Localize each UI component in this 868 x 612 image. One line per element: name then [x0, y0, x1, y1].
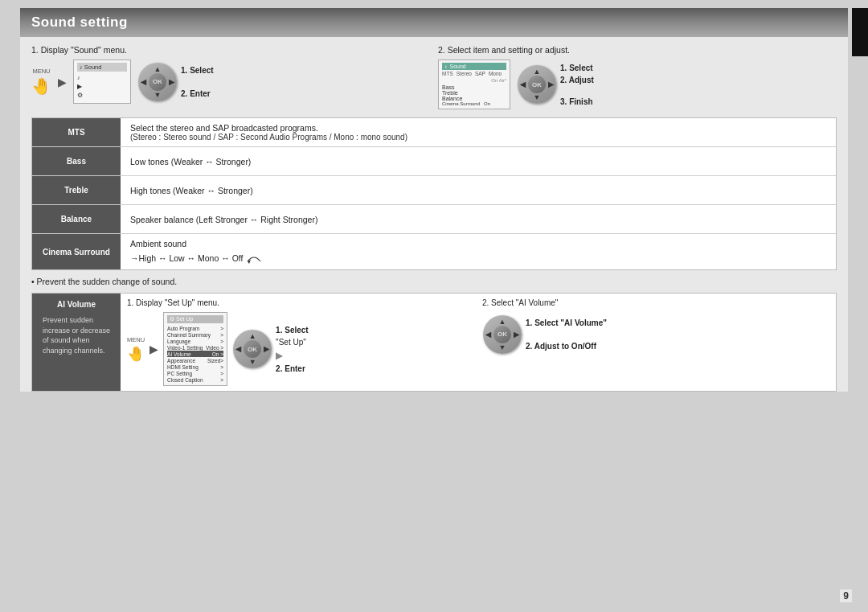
label-cinema: Cinema Surround: [32, 234, 121, 269]
step2-diagram: ♪ Sound MTS Stereo SAP Mono On Air² Bass…: [438, 60, 837, 109]
step2-finish: 3. Finish: [560, 97, 594, 106]
col-mts: MTS: [442, 71, 453, 76]
step2-adjust: 2. Adjust: [560, 76, 594, 84]
ai-left-s2: 2. Enter: [276, 364, 309, 373]
mts-line2: (Stereo : Stereo sound / SAP : Second Au…: [130, 133, 826, 142]
controller-ai-left: ▲ ▼ ◀ ▶ OK: [232, 327, 272, 372]
menu-item-2: ▶: [77, 82, 127, 91]
page-container: Sound setting 1. Display "Sound" menu. M…: [20, 8, 848, 392]
ctrl2-up: ▲: [534, 68, 541, 76]
sr-treble: Treble: [442, 90, 506, 96]
step2-select: 1. Select: [560, 64, 594, 72]
ai-desc-line3: of sound when: [43, 336, 90, 344]
table-row-mts: MTS Select the stereo and SAP broadcaste…: [32, 118, 836, 147]
ctrl-up: ▲: [154, 65, 162, 73]
step2-label: 2. Select item and setting or adjust.: [438, 45, 837, 55]
bass-line1: Low tones (Weaker ↔ Stronger): [130, 157, 826, 166]
ctrl-right-arr: ▶: [169, 78, 174, 86]
ctrl2-down: ▼: [534, 93, 541, 101]
ai-title: AI Volume: [51, 298, 102, 310]
srow-1: Channel Summary>: [167, 331, 223, 338]
treble-line1: High tones (Weaker ↔ Stronger): [130, 186, 826, 195]
top-section: 1. Display "Sound" menu. MENU 🤚 ▶ ♪ Soun…: [20, 37, 848, 114]
controller-right: ▲ ▼ ◀ ▶ OK: [517, 63, 557, 107]
step1-label: 1. Display "Sound" menu.: [31, 45, 430, 55]
step1-enter: 2. Enter: [181, 89, 214, 98]
ai-arrow-right-small: ▶: [276, 350, 309, 361]
ai-desc: Prevent sudden increase or decrease of s…: [38, 310, 115, 360]
return-arrow-icon: [246, 252, 262, 265]
srow-5: AppearanceSized>: [167, 357, 223, 364]
balance-line1: Speaker balance (Left Stronger ↔ Right S…: [130, 215, 826, 224]
srow-2: Language>: [167, 338, 223, 344]
srow-4-ai: AI VolumeOn >: [167, 351, 223, 357]
label-mts: MTS: [32, 118, 121, 146]
ai-setup-sub: "Set Up": [276, 338, 309, 347]
header-bar: Sound setting: [20, 8, 848, 37]
ctrl-ok: OK: [149, 73, 166, 91]
setup-menu-box: ⚙ Set Up Auto Program> Channel Summary> …: [163, 312, 227, 386]
sr-cinema: Cinema Surround On: [442, 101, 506, 106]
srow-6: HDMI Setting>: [167, 364, 223, 370]
content-bass: Low tones (Weaker ↔ Stronger): [121, 147, 836, 175]
sound-icon2: ♪: [444, 64, 448, 69]
ai-step1-label: 1. Display "Set Up" menu.: [127, 298, 474, 307]
ctrl-down: ▼: [154, 91, 162, 99]
ai-left-s1: 1. Select: [276, 326, 309, 335]
srow-7: PC Setting>: [167, 370, 223, 376]
page-title: Sound setting: [31, 14, 128, 31]
sound-title: Sound: [450, 64, 466, 69]
sr-bass: Bass: [442, 84, 506, 90]
ai-step2-diagram: ▲ ▼ ◀ ▶ OK 1. Select "AI Volume": [482, 312, 829, 356]
menu-sound-label: Sound: [84, 64, 102, 71]
mts-line1: Select the stereo and SAP broadcasted pr…: [130, 123, 826, 133]
step1-select: 1. Select: [181, 66, 214, 75]
ai-section: AI Volume Prevent sudden increase or dec…: [31, 293, 837, 392]
ai-desc-line1: Prevent sudden: [43, 316, 93, 324]
top-left-col: 1. Display "Sound" menu. MENU 🤚 ▶ ♪ Soun…: [31, 45, 430, 109]
menu-label-text: MENU: [32, 68, 50, 75]
ctrl2-right: ▶: [548, 80, 554, 88]
ai-step2-label: 2. Select "AI Volume": [482, 298, 829, 307]
ctrl-left: ◀: [141, 78, 146, 86]
sr-balance: Balance: [442, 96, 506, 101]
srow-8: Closed Caption>: [167, 376, 223, 383]
sound-menu-box: ♪ Sound ♪ ▶ ⚙: [73, 60, 131, 104]
ai-hand-icon: 🤚: [127, 345, 145, 363]
ctrl-ai1: ▲ ▼ ◀ ▶ OK: [233, 330, 272, 368]
content-cinema: Ambient sound →High ↔ Low ↔ Mono ↔ Off: [121, 234, 836, 269]
col-mono: Mono: [489, 71, 502, 76]
ai-label-cell: AI Volume Prevent sudden increase or dec…: [32, 294, 121, 391]
controller-left: ▲ ▼ ◀ ▶ OK: [137, 60, 178, 104]
ctrl-circle2: ▲ ▼ ◀ ▶ OK: [518, 65, 556, 104]
sound-icon: ♪: [80, 64, 83, 71]
ai-desc-line2: increase or decrease: [43, 327, 110, 335]
page-number: 9: [840, 589, 852, 602]
main-table: MTS Select the stereo and SAP broadcaste…: [31, 117, 837, 270]
ai-left-annotations: 1. Select "Set Up" ▶ 2. Enter: [276, 326, 309, 373]
cinema-flow: →High ↔ Low ↔ Mono ↔ Off: [130, 252, 826, 265]
table-row-treble: Treble High tones (Weaker ↔ Stronger): [32, 176, 836, 205]
label-treble: Treble: [32, 176, 121, 204]
ctrl2-left: ◀: [520, 80, 526, 88]
ctrl2-ok: OK: [528, 76, 546, 93]
label-balance: Balance: [32, 205, 121, 233]
cinema-flow-text: →High ↔ Low ↔ Mono ↔ Off: [130, 253, 243, 263]
col-sap: SAP: [475, 71, 485, 76]
step2-annotations: 1. Select 2. Adjust 3. Finish: [560, 64, 594, 106]
remote-hand-icon: 🤚: [31, 76, 51, 96]
ai-left-col: 1. Display "Set Up" menu. MENU 🤚 ▶ ⚙ Set…: [127, 298, 474, 386]
ai-step1-diagram: MENU 🤚 ▶ ⚙ Set Up Auto Program> Channel …: [127, 312, 474, 386]
ai-desc-line4: changing channels.: [43, 347, 105, 355]
setup-title: ⚙ Set Up: [167, 315, 223, 323]
ai-arrow-icon: ▶: [149, 343, 158, 355]
step1-annotations: 1. Select 2. Enter: [181, 66, 214, 98]
top-right-col: 2. Select item and setting or adjust. ♪ …: [438, 45, 837, 109]
ctrl-ai2: ▲ ▼ ◀ ▶ OK: [483, 315, 522, 354]
ai-row: AI Volume Prevent sudden increase or dec…: [32, 294, 836, 391]
col-stereo: Stereo: [457, 71, 472, 76]
ctrl-circle: ▲ ▼ ◀ ▶ OK: [138, 63, 177, 101]
controller-ai-right: ▲ ▼ ◀ ▶ OK: [482, 312, 522, 356]
content-treble: High tones (Weaker ↔ Stronger): [121, 176, 836, 204]
srow-0: Auto Program>: [167, 325, 223, 331]
